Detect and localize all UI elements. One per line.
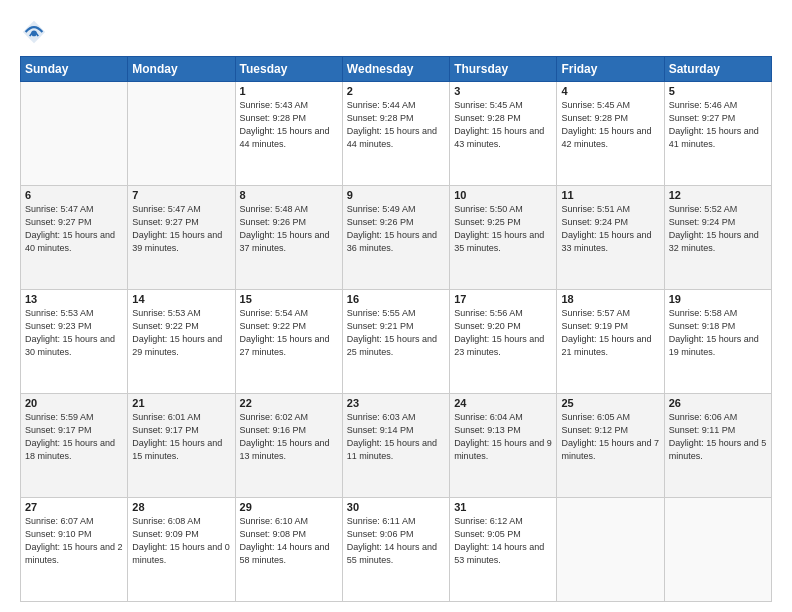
day-number: 9 <box>347 189 445 201</box>
day-number: 3 <box>454 85 552 97</box>
calendar-cell: 25Sunrise: 6:05 AMSunset: 9:12 PMDayligh… <box>557 394 664 498</box>
calendar-cell: 12Sunrise: 5:52 AMSunset: 9:24 PMDayligh… <box>664 186 771 290</box>
day-number: 13 <box>25 293 123 305</box>
day-number: 19 <box>669 293 767 305</box>
weekday-header-thursday: Thursday <box>450 57 557 82</box>
day-info: Sunrise: 6:05 AMSunset: 9:12 PMDaylight:… <box>561 411 659 463</box>
week-row-5: 27Sunrise: 6:07 AMSunset: 9:10 PMDayligh… <box>21 498 772 602</box>
day-info: Sunrise: 6:08 AMSunset: 9:09 PMDaylight:… <box>132 515 230 567</box>
day-number: 4 <box>561 85 659 97</box>
day-number: 15 <box>240 293 338 305</box>
day-number: 24 <box>454 397 552 409</box>
calendar-cell: 11Sunrise: 5:51 AMSunset: 9:24 PMDayligh… <box>557 186 664 290</box>
day-info: Sunrise: 5:44 AMSunset: 9:28 PMDaylight:… <box>347 99 445 151</box>
day-info: Sunrise: 5:54 AMSunset: 9:22 PMDaylight:… <box>240 307 338 359</box>
day-number: 10 <box>454 189 552 201</box>
day-info: Sunrise: 6:10 AMSunset: 9:08 PMDaylight:… <box>240 515 338 567</box>
day-number: 17 <box>454 293 552 305</box>
day-info: Sunrise: 6:06 AMSunset: 9:11 PMDaylight:… <box>669 411 767 463</box>
weekday-header-friday: Friday <box>557 57 664 82</box>
day-number: 6 <box>25 189 123 201</box>
day-info: Sunrise: 6:03 AMSunset: 9:14 PMDaylight:… <box>347 411 445 463</box>
day-number: 7 <box>132 189 230 201</box>
day-number: 18 <box>561 293 659 305</box>
day-number: 23 <box>347 397 445 409</box>
day-number: 26 <box>669 397 767 409</box>
weekday-header-row: SundayMondayTuesdayWednesdayThursdayFrid… <box>21 57 772 82</box>
day-number: 5 <box>669 85 767 97</box>
day-number: 11 <box>561 189 659 201</box>
logo <box>20 18 52 46</box>
calendar-cell: 16Sunrise: 5:55 AMSunset: 9:21 PMDayligh… <box>342 290 449 394</box>
calendar-cell: 22Sunrise: 6:02 AMSunset: 9:16 PMDayligh… <box>235 394 342 498</box>
calendar-cell: 30Sunrise: 6:11 AMSunset: 9:06 PMDayligh… <box>342 498 449 602</box>
calendar-cell: 24Sunrise: 6:04 AMSunset: 9:13 PMDayligh… <box>450 394 557 498</box>
calendar-cell: 20Sunrise: 5:59 AMSunset: 9:17 PMDayligh… <box>21 394 128 498</box>
calendar-cell: 9Sunrise: 5:49 AMSunset: 9:26 PMDaylight… <box>342 186 449 290</box>
day-info: Sunrise: 6:01 AMSunset: 9:17 PMDaylight:… <box>132 411 230 463</box>
calendar-cell: 10Sunrise: 5:50 AMSunset: 9:25 PMDayligh… <box>450 186 557 290</box>
logo-icon <box>20 18 48 46</box>
calendar-cell: 13Sunrise: 5:53 AMSunset: 9:23 PMDayligh… <box>21 290 128 394</box>
weekday-header-tuesday: Tuesday <box>235 57 342 82</box>
day-number: 8 <box>240 189 338 201</box>
day-info: Sunrise: 5:57 AMSunset: 9:19 PMDaylight:… <box>561 307 659 359</box>
day-number: 16 <box>347 293 445 305</box>
day-info: Sunrise: 6:04 AMSunset: 9:13 PMDaylight:… <box>454 411 552 463</box>
day-info: Sunrise: 5:53 AMSunset: 9:22 PMDaylight:… <box>132 307 230 359</box>
day-info: Sunrise: 5:52 AMSunset: 9:24 PMDaylight:… <box>669 203 767 255</box>
calendar-cell: 4Sunrise: 5:45 AMSunset: 9:28 PMDaylight… <box>557 82 664 186</box>
day-number: 14 <box>132 293 230 305</box>
calendar-cell: 28Sunrise: 6:08 AMSunset: 9:09 PMDayligh… <box>128 498 235 602</box>
day-info: Sunrise: 6:11 AMSunset: 9:06 PMDaylight:… <box>347 515 445 567</box>
calendar-cell: 17Sunrise: 5:56 AMSunset: 9:20 PMDayligh… <box>450 290 557 394</box>
calendar-cell: 15Sunrise: 5:54 AMSunset: 9:22 PMDayligh… <box>235 290 342 394</box>
day-number: 29 <box>240 501 338 513</box>
day-number: 22 <box>240 397 338 409</box>
calendar-cell: 19Sunrise: 5:58 AMSunset: 9:18 PMDayligh… <box>664 290 771 394</box>
day-number: 28 <box>132 501 230 513</box>
day-info: Sunrise: 5:46 AMSunset: 9:27 PMDaylight:… <box>669 99 767 151</box>
day-number: 30 <box>347 501 445 513</box>
day-info: Sunrise: 6:02 AMSunset: 9:16 PMDaylight:… <box>240 411 338 463</box>
day-number: 27 <box>25 501 123 513</box>
calendar-cell: 29Sunrise: 6:10 AMSunset: 9:08 PMDayligh… <box>235 498 342 602</box>
calendar-cell <box>557 498 664 602</box>
calendar-cell: 8Sunrise: 5:48 AMSunset: 9:26 PMDaylight… <box>235 186 342 290</box>
day-number: 21 <box>132 397 230 409</box>
day-number: 31 <box>454 501 552 513</box>
day-number: 1 <box>240 85 338 97</box>
day-info: Sunrise: 5:50 AMSunset: 9:25 PMDaylight:… <box>454 203 552 255</box>
day-number: 25 <box>561 397 659 409</box>
day-info: Sunrise: 5:45 AMSunset: 9:28 PMDaylight:… <box>454 99 552 151</box>
calendar-cell: 21Sunrise: 6:01 AMSunset: 9:17 PMDayligh… <box>128 394 235 498</box>
day-info: Sunrise: 5:47 AMSunset: 9:27 PMDaylight:… <box>25 203 123 255</box>
calendar-cell: 31Sunrise: 6:12 AMSunset: 9:05 PMDayligh… <box>450 498 557 602</box>
weekday-header-sunday: Sunday <box>21 57 128 82</box>
calendar-cell: 5Sunrise: 5:46 AMSunset: 9:27 PMDaylight… <box>664 82 771 186</box>
day-info: Sunrise: 5:56 AMSunset: 9:20 PMDaylight:… <box>454 307 552 359</box>
day-info: Sunrise: 5:49 AMSunset: 9:26 PMDaylight:… <box>347 203 445 255</box>
day-info: Sunrise: 6:07 AMSunset: 9:10 PMDaylight:… <box>25 515 123 567</box>
day-info: Sunrise: 6:12 AMSunset: 9:05 PMDaylight:… <box>454 515 552 567</box>
calendar-cell: 1Sunrise: 5:43 AMSunset: 9:28 PMDaylight… <box>235 82 342 186</box>
header <box>20 18 772 46</box>
calendar-cell <box>664 498 771 602</box>
weekday-header-wednesday: Wednesday <box>342 57 449 82</box>
week-row-4: 20Sunrise: 5:59 AMSunset: 9:17 PMDayligh… <box>21 394 772 498</box>
calendar-cell: 6Sunrise: 5:47 AMSunset: 9:27 PMDaylight… <box>21 186 128 290</box>
week-row-1: 1Sunrise: 5:43 AMSunset: 9:28 PMDaylight… <box>21 82 772 186</box>
calendar-cell <box>128 82 235 186</box>
calendar-cell: 2Sunrise: 5:44 AMSunset: 9:28 PMDaylight… <box>342 82 449 186</box>
svg-point-2 <box>31 31 37 37</box>
day-info: Sunrise: 5:59 AMSunset: 9:17 PMDaylight:… <box>25 411 123 463</box>
day-number: 2 <box>347 85 445 97</box>
day-info: Sunrise: 5:53 AMSunset: 9:23 PMDaylight:… <box>25 307 123 359</box>
calendar-cell: 26Sunrise: 6:06 AMSunset: 9:11 PMDayligh… <box>664 394 771 498</box>
day-info: Sunrise: 5:47 AMSunset: 9:27 PMDaylight:… <box>132 203 230 255</box>
day-info: Sunrise: 5:55 AMSunset: 9:21 PMDaylight:… <box>347 307 445 359</box>
week-row-2: 6Sunrise: 5:47 AMSunset: 9:27 PMDaylight… <box>21 186 772 290</box>
day-number: 12 <box>669 189 767 201</box>
calendar-cell: 23Sunrise: 6:03 AMSunset: 9:14 PMDayligh… <box>342 394 449 498</box>
weekday-header-monday: Monday <box>128 57 235 82</box>
